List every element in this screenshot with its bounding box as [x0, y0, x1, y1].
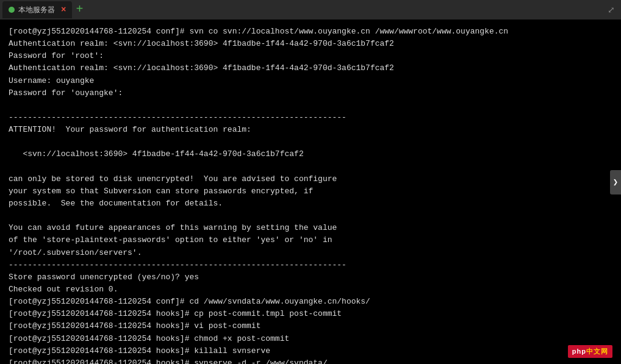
tab-label: 本地服务器: [18, 5, 55, 15]
php-text: php: [572, 348, 586, 355]
tab-bar: 本地服务器 × + ⤢: [0, 0, 621, 20]
tab-local-server[interactable]: 本地服务器 ×: [2, 1, 72, 18]
terminal: [root@yzj5512020144768-1120254 conf]# sv…: [0, 20, 621, 364]
tab-status-dot: [9, 7, 15, 13]
php-badge: php中文网: [568, 345, 612, 358]
expand-button[interactable]: ⤢: [604, 4, 619, 16]
new-tab-button[interactable]: +: [76, 4, 83, 16]
terminal-output: [root@yzj5512020144768-1120254 conf]# sv…: [9, 26, 612, 364]
arrow-icon: ❯: [613, 177, 618, 187]
php-cn-text: 中文网: [586, 348, 608, 355]
tab-close-button[interactable]: ×: [61, 5, 66, 15]
sidebar-arrow[interactable]: ❯: [610, 170, 621, 194]
